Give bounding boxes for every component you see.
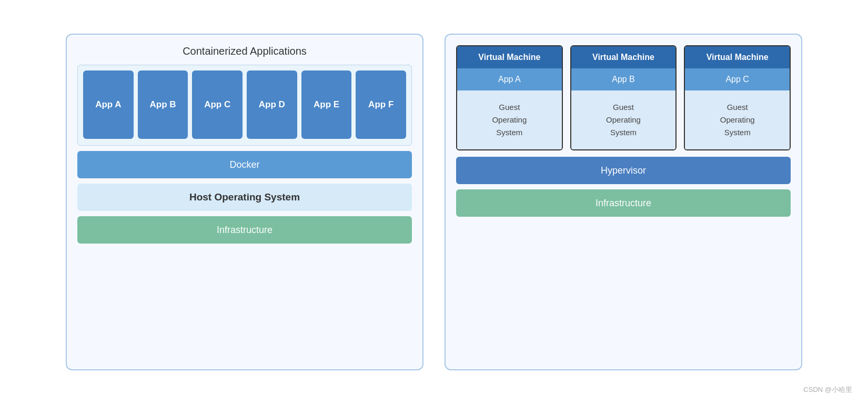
left-diagram: Containerized Applications App A App B A… [66,34,423,370]
vm-app-1: App A [457,68,562,90]
vm-header-3: Virtual Machine [685,46,790,68]
vms-row: Virtual Machine App A GuestOperatingSyst… [456,45,791,150]
app-box-e: App E [301,70,352,139]
app-box-b: App B [138,70,188,139]
apps-wrapper: App A App B App C App D App E App F [77,65,412,146]
host-os-layer: Host Operating System [77,184,412,211]
app-box-f: App F [356,70,406,139]
app-box-c: App C [192,70,243,139]
hypervisor-layer: Hypervisor [456,157,791,184]
app-box-a: App A [83,70,134,139]
vm-header-2: Virtual Machine [571,46,676,68]
watermark: CSDN @小哈里 [803,385,852,395]
left-diagram-title: Containerized Applications [77,45,412,57]
infrastructure-layer-left: Infrastructure [77,216,412,244]
infrastructure-layer-right: Infrastructure [456,189,791,217]
vm-box-1: Virtual Machine App A GuestOperatingSyst… [456,45,563,150]
docker-layer: Docker [77,151,412,178]
vm-app-2: App B [571,68,676,90]
vm-header-1: Virtual Machine [457,46,562,68]
right-diagram: Virtual Machine App A GuestOperatingSyst… [445,34,802,370]
main-container: Containerized Applications App A App B A… [0,0,868,404]
vm-app-3: App C [685,68,790,90]
vm-guest-os-3: GuestOperatingSystem [685,90,790,149]
vm-box-3: Virtual Machine App C GuestOperatingSyst… [684,45,791,150]
app-box-d: App D [247,70,297,139]
vm-guest-os-1: GuestOperatingSystem [457,90,562,149]
vm-box-2: Virtual Machine App B GuestOperatingSyst… [570,45,677,150]
apps-row: App A App B App C App D App E App F [83,70,406,139]
vm-guest-os-2: GuestOperatingSystem [571,90,676,149]
